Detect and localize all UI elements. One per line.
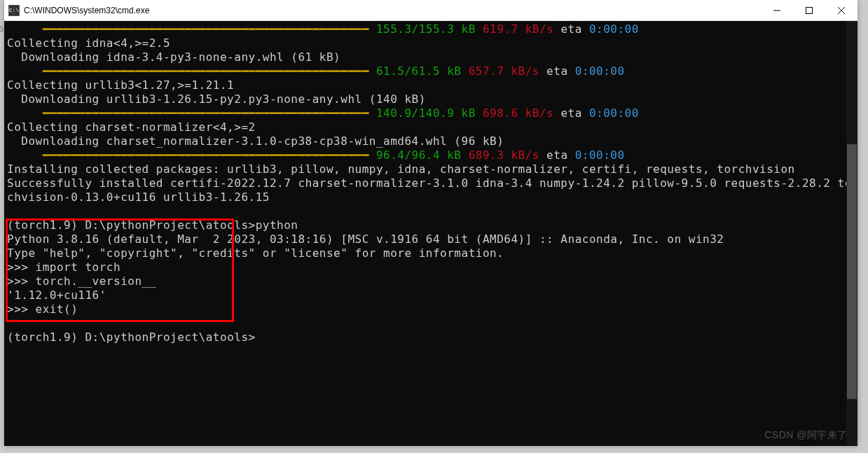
output-line: Downloading charset_normalizer-3.1.0-cp3…	[7, 134, 504, 148]
output-line: Collecting idna<4,>=2.5	[7, 36, 170, 50]
repl-input: torch.__version__	[36, 274, 156, 288]
cmd-window: C:\ C:\WINDOWS\system32\cmd.exe ━━━━━━━━…	[4, 0, 857, 446]
window-controls	[761, 0, 857, 21]
repl-input: exit()	[36, 302, 78, 316]
output-line: Downloading urllib3-1.26.15-py2.py3-none…	[7, 92, 426, 106]
progress-speed: 689.3 kB/s	[469, 148, 539, 162]
progress-size: 155.3/155.3 kB	[376, 22, 476, 36]
output-line: Successfully installed certifi-2022.12.7…	[7, 176, 857, 190]
progress-speed: 619.7 kB/s	[483, 22, 553, 36]
prompt-env: (torch1.9)	[7, 218, 85, 232]
terminal-body[interactable]: ━━━━━━━━━━━━━━━━━━━━━━━━━━━━━━━━━━━━━━━━…	[4, 21, 857, 446]
minimize-button[interactable]	[761, 0, 793, 21]
prompt-path: D:\pythonProject\atools>	[85, 330, 255, 344]
progress-speed: 698.6 kB/s	[483, 106, 553, 120]
progress-bar: ━━━━━━━━━━━━━━━━━━━━━━━━━━━━━━━━━━━━━━━━…	[7, 106, 376, 120]
progress-eta: 0:00:00	[589, 22, 639, 36]
scrollbar[interactable]	[846, 21, 857, 446]
cmd-icon: C:\	[8, 5, 20, 16]
progress-eta: 0:00:00	[575, 64, 625, 78]
window-title: C:\WINDOWS\system32\cmd.exe	[24, 6, 761, 15]
prompt-command: python	[256, 218, 298, 232]
prompt-path: D:\pythonProject\atools>	[85, 218, 255, 232]
output-line: Downloading idna-3.4-py3-none-any.whl (6…	[7, 50, 340, 64]
repl-prompt: >>>	[7, 274, 36, 288]
eta-label: eta	[560, 22, 581, 36]
progress-speed: 657.7 kB/s	[469, 64, 539, 78]
output-line: chvision-0.13.0+cu116 urllib3-1.26.15	[7, 190, 270, 204]
eta-label: eta	[546, 64, 567, 78]
watermark: CSDN @阿宇来了	[764, 428, 848, 442]
progress-size: 61.5/61.5 kB	[376, 64, 462, 78]
progress-bar: ━━━━━━━━━━━━━━━━━━━━━━━━━━━━━━━━━━━━━━━━…	[7, 64, 376, 78]
eta-label: eta	[560, 106, 581, 120]
repl-prompt: >>>	[7, 260, 36, 274]
repl-input: import torch	[36, 260, 121, 274]
titlebar[interactable]: C:\ C:\WINDOWS\system32\cmd.exe	[4, 0, 857, 21]
python-banner: Python 3.8.16 (default, Mar 2 2023, 03:1…	[7, 232, 724, 246]
scrollbar-thumb[interactable]	[847, 144, 857, 399]
output-line: Collecting charset-normalizer<4,>=2	[7, 120, 256, 134]
progress-bar: ━━━━━━━━━━━━━━━━━━━━━━━━━━━━━━━━━━━━━━━━…	[7, 148, 376, 162]
progress-eta: 0:00:00	[575, 148, 625, 162]
progress-eta: 0:00:00	[589, 106, 639, 120]
svg-rect-1	[806, 7, 813, 13]
eta-label: eta	[546, 148, 567, 162]
maximize-button[interactable]	[793, 0, 825, 21]
output-line: Collecting urllib3<1.27,>=1.21.1	[7, 78, 234, 92]
prompt-env: (torch1.9)	[7, 330, 85, 344]
output-line: Installing collected packages: urllib3, …	[7, 162, 795, 176]
repl-output: '1.12.0+cu116'	[7, 288, 106, 302]
repl-prompt: >>>	[7, 302, 36, 316]
progress-size: 96.4/96.4 kB	[376, 148, 462, 162]
progress-bar: ━━━━━━━━━━━━━━━━━━━━━━━━━━━━━━━━━━━━━━━━…	[7, 22, 376, 36]
close-button[interactable]	[825, 0, 857, 21]
progress-size: 140.9/140.9 kB	[376, 106, 476, 120]
python-help: Type "help", "copyright", "credits" or "…	[7, 246, 504, 260]
